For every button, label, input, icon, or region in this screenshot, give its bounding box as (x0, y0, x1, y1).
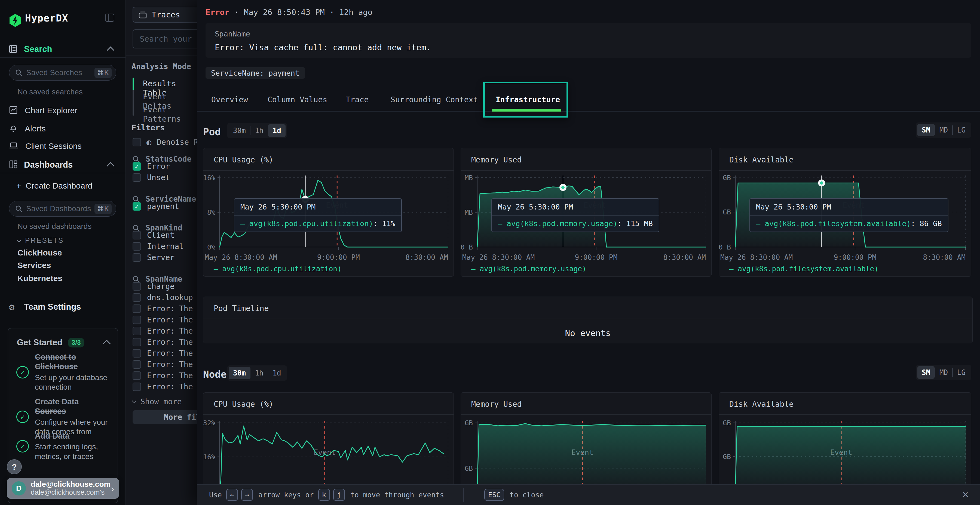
pod-range-1h[interactable]: 1h (250, 124, 267, 137)
get-started-item[interactable]: ✓Create Data SourcesConfigure where your… (16, 397, 110, 437)
pod-size-md[interactable]: MD (935, 124, 952, 136)
sidebar-item-client-sessions[interactable]: Client Sessions (9, 141, 82, 151)
checkbox-unchecked[interactable] (132, 242, 141, 251)
collapse-sidebar-icon[interactable] (105, 14, 115, 22)
more-filters-label: More fil (164, 413, 197, 422)
checkbox-checked[interactable]: ✓ (132, 202, 141, 211)
filter-option-error-the-cr[interactable]: Error: The cr (132, 382, 197, 391)
checkbox-unchecked[interactable] (132, 231, 141, 240)
checkbox-unchecked[interactable] (132, 293, 141, 302)
sidebar: HyperDX Search Saved Searches ⌘K No save… (0, 0, 126, 505)
filter-option-error-the-cr[interactable]: Error: The cr (132, 349, 197, 358)
sidebar-item-team-settings[interactable]: Team Settings (24, 302, 81, 312)
k-key[interactable]: k (318, 489, 330, 501)
node-size-md[interactable]: MD (935, 366, 952, 379)
get-started-collapse-chevron-icon[interactable] (103, 340, 111, 348)
svg-text:May 26 8:30:00 AM: May 26 8:30:00 AM (720, 253, 793, 262)
search-icon (132, 276, 140, 283)
sidebar-item-kubernetes[interactable]: Kubernetes (18, 274, 62, 283)
sidebar-item-services[interactable]: Services (18, 260, 51, 270)
checkbox-unchecked[interactable] (132, 338, 141, 346)
source-select[interactable]: Traces (132, 7, 197, 22)
pod-size-lg[interactable]: LG (953, 124, 970, 136)
sidebar-item-clickhouse[interactable]: ClickHouse (18, 248, 62, 257)
divider (463, 488, 464, 502)
sidebar-item-alerts[interactable]: Alerts (9, 124, 46, 133)
filter-option-error-the-cr[interactable]: Error: The cr (132, 338, 197, 347)
search-collapse-chevron-icon[interactable] (107, 46, 115, 54)
service-name-tag[interactable]: ServiceName: payment (205, 67, 305, 79)
filter-option-unset[interactable]: Unset (132, 173, 197, 182)
filter-option-client[interactable]: Client (132, 231, 197, 240)
filter-option-internal[interactable]: Internal (132, 242, 197, 251)
analysis-mode-event-patterns[interactable]: Event Patterns (143, 105, 197, 124)
help-button[interactable]: ? (7, 459, 22, 474)
filter-option-error-the-cr[interactable]: Error: The cr (132, 315, 197, 324)
tab-overview[interactable]: Overview (211, 95, 248, 104)
sidebar-item-label: Chart Explorer (25, 106, 77, 115)
filter-option-error-the-cr[interactable]: Error: The cr (132, 304, 197, 313)
filter-option-charge[interactable]: charge (132, 282, 197, 291)
checkbox-checked[interactable]: ✓ (132, 162, 141, 171)
filter-option-error-the-cr[interactable]: Error: The cr (132, 371, 197, 380)
checkbox-unchecked[interactable] (132, 316, 141, 324)
pod-size-sm[interactable]: SM (917, 124, 935, 136)
checkbox-unchecked[interactable] (132, 253, 141, 262)
checkbox-unchecked[interactable] (132, 360, 141, 369)
show-more-button[interactable]: Show more (132, 397, 182, 406)
svg-text:May 26 8:30:00 AM: May 26 8:30:00 AM (462, 253, 535, 262)
filter-option-dns-lookup[interactable]: dns.lookup (132, 293, 197, 302)
sidebar-item-dashboards[interactable]: Dashboards (24, 160, 73, 170)
profile-card[interactable]: D dale@clickhouse.com dale@clickhouse.co… (7, 478, 119, 499)
checkbox-unchecked[interactable] (132, 305, 141, 313)
svg-text:47 GB: 47 GB (719, 208, 731, 216)
tab-surrounding-context[interactable]: Surrounding Context (391, 95, 478, 104)
checkbox-unchecked[interactable] (132, 282, 141, 291)
saved-searches-input[interactable]: Saved Searches ⌘K (9, 65, 116, 81)
checkbox-unchecked[interactable] (132, 383, 141, 391)
sidebar-item-chart-explorer[interactable]: Chart Explorer (9, 106, 77, 115)
divider (126, 55, 197, 56)
arrow-right-key[interactable]: → (241, 489, 253, 501)
filter-option-label: Error: The cr (147, 304, 197, 313)
checkbox-unchecked[interactable] (132, 327, 141, 335)
filter-option-payment[interactable]: ✓payment (132, 202, 197, 211)
create-dashboard-button[interactable]: + Create Dashboard (16, 181, 92, 191)
sidebar-item-label: Alerts (25, 124, 46, 133)
j-key[interactable]: j (333, 489, 345, 501)
tab-trace[interactable]: Trace (346, 95, 369, 104)
hint-text: to move through events (350, 491, 444, 499)
dashboards-collapse-chevron-icon[interactable] (107, 162, 115, 170)
node-range-30m[interactable]: 30m (229, 367, 250, 379)
filter-option-error-the-cr[interactable]: Error: The cr (132, 360, 197, 369)
close-icon[interactable]: ✕ (962, 488, 969, 500)
arrow-left-key[interactable]: ← (226, 489, 238, 501)
hint-text: to close (510, 491, 544, 499)
checkbox-unchecked[interactable] (132, 173, 141, 182)
sidebar-item-search[interactable]: Search (24, 44, 52, 54)
analysis-mode-label: Analysis Mode (132, 62, 191, 71)
get-started-item[interactable]: ✓Add DataStart sending logs, metrics, or… (16, 431, 110, 461)
presets-header[interactable]: PRESETS (18, 236, 64, 245)
denoise-results-toggle[interactable]: ◐Denoise Re (132, 137, 197, 147)
esc-key[interactable]: ESC (484, 489, 504, 501)
node-range-1h[interactable]: 1h (250, 367, 267, 379)
filter-option-server[interactable]: Server (132, 253, 197, 262)
pod-range-1d[interactable]: 1d (268, 124, 285, 137)
event-search-input[interactable]: Search your ev (132, 29, 197, 48)
checkbox-unchecked[interactable] (132, 349, 141, 357)
node-range-1d[interactable]: 1d (268, 367, 285, 379)
node-size-sm[interactable]: SM (917, 366, 935, 379)
get-started-item[interactable]: ✓Connect to ClickHouseSet up your databa… (16, 353, 110, 392)
tab-column-values[interactable]: Column Values (267, 95, 327, 104)
filter-option-error[interactable]: ✓Error (132, 162, 197, 171)
more-filters-button[interactable]: More fil (132, 410, 197, 424)
get-started-title: Get Started (17, 338, 62, 348)
checkbox-unchecked[interactable] (132, 372, 141, 380)
checkbox-unchecked[interactable] (132, 138, 141, 146)
node-size-lg[interactable]: LG (953, 366, 970, 379)
saved-dashboards-input[interactable]: Saved Dashboards ⌘K (9, 201, 116, 217)
filter-option-label: Unset (147, 173, 170, 182)
filter-option-error-the-cr[interactable]: Error: The cr (132, 327, 197, 335)
pod-range-30m[interactable]: 30m (229, 124, 250, 137)
